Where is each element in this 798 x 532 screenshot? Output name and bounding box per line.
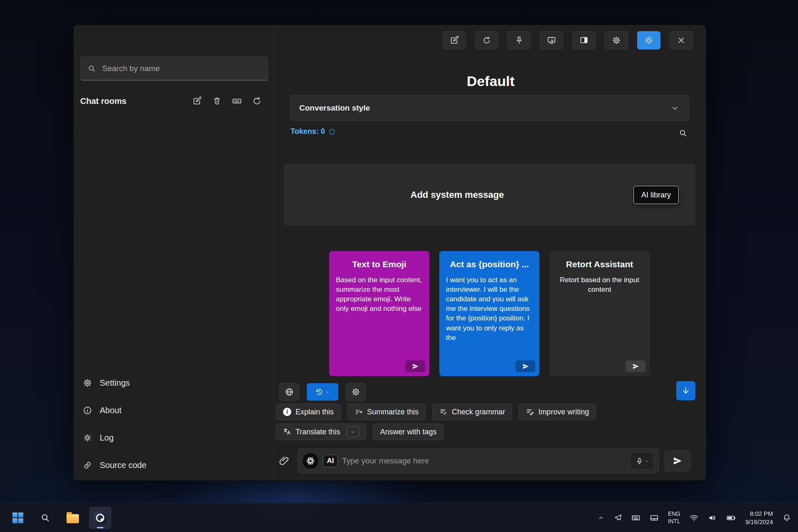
search-box: [80, 57, 268, 81]
theme-sun-icon: [644, 36, 653, 45]
chevron-down-icon: [325, 389, 330, 395]
taskbar-search-button[interactable]: [34, 507, 57, 529]
history-icon: [315, 388, 323, 396]
language-line2: INTL: [668, 518, 680, 525]
web-access-button[interactable]: [279, 383, 299, 401]
check-grammar-chip[interactable]: Check grammar: [432, 404, 512, 420]
file-explorer-button[interactable]: [62, 507, 84, 529]
search-in-chat-button[interactable]: [675, 126, 691, 140]
new-room-button[interactable]: [190, 94, 204, 108]
sidebar-item-source-code[interactable]: Source code: [78, 454, 269, 476]
keyboard-button[interactable]: [230, 94, 244, 108]
wifi-icon: [690, 513, 699, 522]
compose-icon: [450, 36, 459, 45]
chat-app-button[interactable]: [89, 507, 111, 529]
message-input-container: AI: [298, 448, 659, 473]
prompt-card-title: Text to Emoji: [336, 259, 423, 269]
language-indicator[interactable]: ENG INTL: [668, 510, 680, 525]
sidebar-item-log[interactable]: Log: [78, 426, 269, 449]
send-prompt-button[interactable]: [515, 360, 535, 372]
message-input[interactable]: [342, 456, 626, 466]
voice-input-button[interactable]: [630, 452, 654, 470]
prompt-card[interactable]: Retort Assistant Retort based on the inp…: [549, 251, 650, 376]
sidebar-item-label: Source code: [100, 461, 146, 470]
ai-mode-badge[interactable]: AI: [323, 455, 338, 467]
model-selector-button[interactable]: [302, 453, 319, 469]
theme-toggle-button[interactable]: [637, 31, 660, 49]
translate-this-chip[interactable]: Translate this: [276, 424, 366, 440]
improve-writing-chip[interactable]: Improve writing: [519, 404, 596, 420]
tray-telegram-button[interactable]: [614, 514, 622, 522]
summarize-this-chip[interactable]: Summarize this: [347, 404, 426, 420]
keyboard-icon: [631, 513, 640, 522]
chat-rooms-title: Chat rooms: [80, 96, 126, 106]
sidebar-item-label: Settings: [100, 378, 130, 388]
settings-button[interactable]: [605, 31, 628, 49]
start-button[interactable]: [7, 507, 29, 529]
search-input[interactable]: [102, 64, 261, 73]
sidebar-toggle-button[interactable]: [572, 31, 596, 49]
answer-with-tags-chip[interactable]: Answer with tags: [373, 424, 443, 440]
refresh-rooms-button[interactable]: [250, 94, 264, 108]
tray-keyboard-button[interactable]: [631, 513, 640, 522]
tray-overflow-button[interactable]: [597, 514, 605, 522]
tokens-refresh-icon[interactable]: [328, 128, 336, 135]
translate-options-button[interactable]: [347, 426, 359, 437]
bell-icon: [782, 513, 791, 522]
add-system-message-button[interactable]: Add system message: [411, 190, 504, 200]
microphone-icon: [635, 457, 643, 465]
battery-button[interactable]: [726, 513, 736, 523]
scroll-to-bottom-button[interactable]: [676, 381, 695, 400]
tokens-row: Tokens: 0: [291, 127, 336, 136]
wifi-button[interactable]: [690, 513, 699, 522]
chip-label: Explain this: [296, 408, 334, 416]
system-message-panel: Add system message AI library: [284, 164, 695, 226]
translate-icon: [283, 428, 291, 436]
sidebar-item-settings[interactable]: Settings: [78, 372, 269, 394]
send-prompt-button[interactable]: [626, 360, 645, 372]
volume-button[interactable]: [708, 513, 717, 522]
send-icon: [522, 363, 529, 370]
tray-touchpad-button[interactable]: [650, 513, 659, 522]
windows-logo-icon: [12, 512, 23, 523]
reset-button[interactable]: [475, 31, 498, 49]
notification-center-button[interactable]: [782, 513, 791, 522]
clock-indicator[interactable]: 8:02 PM 9/16/2024: [745, 510, 773, 526]
history-button[interactable]: [307, 383, 338, 401]
delete-rooms-button[interactable]: [210, 94, 224, 108]
screen-share-icon: [547, 36, 556, 45]
prompt-card[interactable]: Act as {position} ... I want you to act …: [439, 251, 539, 376]
chat-app-icon: [94, 511, 107, 525]
folder-icon: [66, 514, 79, 523]
settings-icon: [612, 36, 621, 45]
screen-share-button[interactable]: [540, 31, 563, 49]
touchpad-icon: [650, 513, 659, 522]
send-icon: [412, 363, 419, 370]
sidebar-item-label: About: [100, 406, 121, 415]
ai-library-button[interactable]: AI library: [633, 186, 679, 204]
prompt-card-title: Retort Assistant: [556, 259, 643, 269]
pin-button[interactable]: [507, 31, 531, 49]
prompt-card-body: Based on the input content, summarize th…: [336, 275, 423, 313]
chat-settings-button[interactable]: [346, 383, 366, 401]
taskbar: ENG INTL 8:02 PM 9/16/2024: [0, 503, 798, 532]
send-prompt-button[interactable]: [405, 360, 425, 372]
send-message-button[interactable]: [665, 451, 690, 471]
new-chat-button[interactable]: [443, 31, 466, 49]
close-window-button[interactable]: [670, 31, 693, 49]
close-icon: [677, 36, 686, 45]
conversation-style-label: Conversation style: [299, 103, 370, 113]
sidebar-item-about[interactable]: About: [78, 399, 269, 421]
info-icon: [83, 406, 92, 415]
chip-label: Translate this: [296, 428, 340, 436]
chip-label: Answer with tags: [380, 428, 436, 436]
conversation-style-select[interactable]: Conversation style: [290, 95, 689, 121]
language-line1: ENG: [668, 510, 680, 518]
search-icon: [40, 512, 51, 523]
attach-file-button[interactable]: [276, 453, 293, 469]
info-icon: i: [283, 408, 291, 416]
explain-this-chip[interactable]: i Explain this: [276, 404, 341, 420]
send-icon: [672, 456, 682, 466]
chip-label: Check grammar: [452, 408, 505, 416]
prompt-card[interactable]: Text to Emoji Based on the input content…: [329, 251, 429, 376]
